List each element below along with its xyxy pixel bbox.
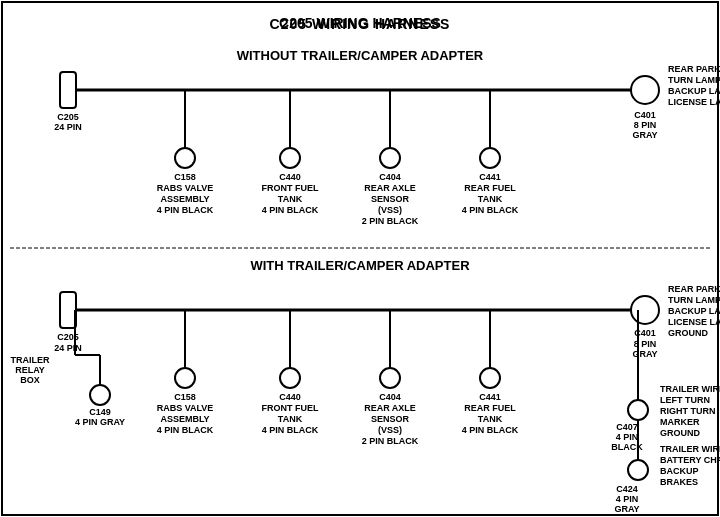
svg-text:LICENSE LAMPS: LICENSE LAMPS: [668, 317, 720, 327]
svg-point-51: [90, 385, 110, 405]
svg-text:LICENSE LAMPS: LICENSE LAMPS: [668, 97, 720, 107]
svg-point-27: [380, 148, 400, 168]
svg-text:C404: C404: [379, 392, 401, 402]
svg-point-15: [175, 148, 195, 168]
svg-text:2 PIN BLACK: 2 PIN BLACK: [362, 216, 419, 226]
svg-point-83: [175, 368, 195, 388]
svg-text:TANK: TANK: [478, 414, 503, 424]
svg-point-34: [480, 148, 500, 168]
svg-text:REAR AXLE: REAR AXLE: [364, 183, 416, 193]
svg-text:BACKUP LAMPS: BACKUP LAMPS: [668, 306, 720, 316]
svg-text:C424: C424: [616, 484, 638, 494]
svg-point-64: [628, 400, 648, 420]
svg-text:4 PIN GRAY: 4 PIN GRAY: [75, 417, 125, 427]
svg-rect-42: [60, 292, 76, 328]
svg-text:WITHOUT  TRAILER/CAMPER  ADAPT: WITHOUT TRAILER/CAMPER ADAPTER: [237, 48, 484, 63]
svg-text:RELAY: RELAY: [15, 365, 45, 375]
svg-text:REAR AXLE: REAR AXLE: [364, 403, 416, 413]
svg-text:GRAY: GRAY: [614, 504, 639, 514]
svg-text:C440: C440: [279, 392, 301, 402]
svg-text:GROUND: GROUND: [660, 428, 700, 438]
svg-point-21: [280, 148, 300, 168]
svg-text:GRAY: GRAY: [632, 130, 657, 140]
svg-rect-3: [60, 72, 76, 108]
svg-text:C158: C158: [174, 172, 196, 182]
svg-text:RABS VALVE: RABS VALVE: [157, 183, 214, 193]
svg-text:(VSS): (VSS): [378, 205, 402, 215]
svg-text:FRONT FUEL: FRONT FUEL: [262, 403, 319, 413]
svg-text:4 PIN: 4 PIN: [616, 432, 639, 442]
svg-text:RABS VALVE: RABS VALVE: [157, 403, 214, 413]
svg-text:C441: C441: [479, 392, 501, 402]
svg-text:GRAY: GRAY: [632, 349, 657, 359]
svg-text:C441: C441: [479, 172, 501, 182]
svg-text:TURN LAMPS: TURN LAMPS: [668, 295, 720, 305]
svg-text:BRAKES: BRAKES: [660, 477, 698, 487]
svg-text:8 PIN: 8 PIN: [634, 120, 657, 130]
svg-text:C149: C149: [89, 407, 111, 417]
svg-point-89: [280, 368, 300, 388]
svg-text:TANK: TANK: [278, 414, 303, 424]
svg-point-102: [480, 368, 500, 388]
svg-text:REAR FUEL: REAR FUEL: [464, 403, 516, 413]
svg-text:BACKUP: BACKUP: [660, 466, 699, 476]
svg-text:4 PIN BLACK: 4 PIN BLACK: [157, 205, 214, 215]
svg-text:BOX: BOX: [20, 375, 40, 385]
svg-point-6: [631, 76, 659, 104]
wiring-diagram: C205 WIRING HARNESS WITHOUT TRAILER/CAMP…: [0, 0, 720, 517]
svg-text:FRONT FUEL: FRONT FUEL: [262, 183, 319, 193]
svg-text:4 PIN: 4 PIN: [616, 494, 639, 504]
svg-text:C404: C404: [379, 172, 401, 182]
svg-text:24 PIN: 24 PIN: [54, 122, 82, 132]
svg-text:MARKER: MARKER: [660, 417, 700, 427]
svg-text:C205 WIRING HARNESS: C205 WIRING HARNESS: [279, 15, 441, 31]
svg-text:C205: C205: [57, 112, 79, 122]
svg-text:4 PIN BLACK: 4 PIN BLACK: [462, 425, 519, 435]
svg-text:SENSOR: SENSOR: [371, 194, 410, 204]
svg-text:ASSEMBLY: ASSEMBLY: [160, 194, 209, 204]
svg-text:TANK: TANK: [278, 194, 303, 204]
svg-text:TANK: TANK: [478, 194, 503, 204]
svg-text:4 PIN BLACK: 4 PIN BLACK: [262, 205, 319, 215]
svg-text:(VSS): (VSS): [378, 425, 402, 435]
svg-text:4 PIN BLACK: 4 PIN BLACK: [462, 205, 519, 215]
svg-text:TRAILER WIRES: TRAILER WIRES: [660, 444, 720, 454]
svg-text:BACKUP LAMPS: BACKUP LAMPS: [668, 86, 720, 96]
svg-text:GROUND: GROUND: [668, 328, 708, 338]
svg-text:LEFT TURN: LEFT TURN: [660, 395, 710, 405]
svg-text:24 PIN: 24 PIN: [54, 343, 82, 353]
svg-text:REAR FUEL: REAR FUEL: [464, 183, 516, 193]
svg-point-74: [628, 460, 648, 480]
svg-text:SENSOR: SENSOR: [371, 414, 410, 424]
svg-text:REAR PARK/STOP: REAR PARK/STOP: [668, 64, 720, 74]
svg-text:2 PIN BLACK: 2 PIN BLACK: [362, 436, 419, 446]
svg-text:ASSEMBLY: ASSEMBLY: [160, 414, 209, 424]
svg-point-54: [631, 296, 659, 324]
svg-text:C401: C401: [634, 110, 656, 120]
svg-text:C407: C407: [616, 422, 638, 432]
svg-text:C440: C440: [279, 172, 301, 182]
svg-text:RIGHT TURN: RIGHT TURN: [660, 406, 716, 416]
svg-text:C158: C158: [174, 392, 196, 402]
svg-text:4 PIN BLACK: 4 PIN BLACK: [262, 425, 319, 435]
svg-point-95: [380, 368, 400, 388]
svg-text:WITH  TRAILER/CAMPER  ADAPTER: WITH TRAILER/CAMPER ADAPTER: [250, 258, 470, 273]
svg-text:TRAILER WIRES: TRAILER WIRES: [660, 384, 720, 394]
svg-text:4 PIN BLACK: 4 PIN BLACK: [157, 425, 214, 435]
svg-text:BATTERY CHARGE: BATTERY CHARGE: [660, 455, 720, 465]
svg-text:TRAILER: TRAILER: [11, 355, 50, 365]
svg-text:TURN LAMPS: TURN LAMPS: [668, 75, 720, 85]
svg-text:REAR PARK/STOP: REAR PARK/STOP: [668, 284, 720, 294]
